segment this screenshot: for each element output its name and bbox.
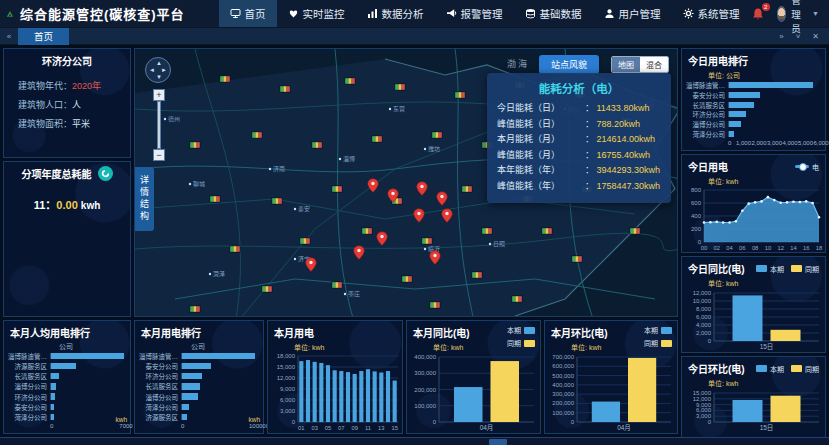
taskbar-app-indicator[interactable] [489,439,507,445]
panel-title: 本月用电 [274,325,314,340]
site-status-badge-icon[interactable] [362,228,373,235]
info-row: 建筑物年代：2020年 [18,77,130,96]
svg-text:6,000: 6,000 [696,314,712,320]
svg-text:3,000: 3,000 [696,413,712,419]
user-menu[interactable]: 管理员 ▼ [777,0,819,35]
nav-item-系统管理[interactable]: 系统管理 [672,0,751,27]
site-status-badge-icon[interactable] [372,136,383,143]
layer-option-hybrid[interactable]: 混合 [640,57,668,72]
map-view[interactable]: 德州聊城济南淄博东营潍坊烟台威海青岛日照临沂济宁菏泽泰安枣庄 渤海 ▲ ▼ ◄ … [134,48,678,317]
site-status-badge-icon[interactable] [332,282,343,289]
map-zoom-slider[interactable]: + − [153,89,165,161]
site-status-badge-icon[interactable] [190,306,201,313]
popup-row: 峰值能耗（年）： 1758447.30kwh [497,179,661,195]
svg-text:100,000: 100,000 [552,410,574,416]
site-status-badge-icon[interactable] [262,286,273,293]
svg-text:08: 08 [752,245,758,251]
site-status-badge-icon[interactable] [332,186,343,193]
city-dot [389,108,391,110]
tab-home[interactable]: 首页 [18,28,69,45]
site-status-badge-icon[interactable] [402,276,413,283]
app-title: 综合能源管控(碳核查)平台 [20,4,185,23]
site-status-badge-icon[interactable] [462,186,473,193]
os-taskbar[interactable] [0,437,829,445]
info-row: 建筑物面积：平米 [18,115,130,134]
site-status-badge-icon[interactable] [230,246,241,253]
svg-text:12: 12 [777,245,783,251]
rank-row: 淄博脉迪管… [684,80,821,90]
pan-right-icon[interactable]: ► [161,67,167,73]
site-status-badge-icon[interactable] [430,302,441,309]
svg-text:600: 600 [691,200,702,206]
svg-text:6,000: 6,000 [696,407,712,413]
svg-text:200,000: 200,000 [552,400,574,406]
rank-row: 淄博分公司 [137,392,259,402]
nav-item-实时监控[interactable]: 实时监控 [277,0,356,27]
svg-text:05: 05 [325,425,331,431]
map-pan-control[interactable]: ▲ ▼ ◄ ► [145,57,171,83]
legend: 本期同期 [507,325,535,348]
site-status-badge-icon[interactable] [542,228,553,235]
rank-row: 济源服务区 [137,412,259,422]
site-status-badge-icon[interactable] [345,78,356,85]
top-navbar: 综合能源管控(碳核查)平台 首页实时监控数据分析报警管理基础数据用户管理系统管理… [0,0,829,28]
legend: 本期同期 [756,364,819,374]
nav-item-基础数据[interactable]: 基础数据 [514,0,593,27]
site-status-badge-icon[interactable] [252,132,263,139]
month-yoy-chart: 0100,000200,000300,000400,00004月 [407,352,540,433]
svg-text:德州: 德州 [168,115,180,123]
month-mom-panel: 本月环比(电) 单位: kwh 本期同期 0100,000200,000300,… [544,320,678,434]
site-status-badge-icon[interactable] [312,142,323,149]
pan-down-icon[interactable]: ▼ [156,74,162,80]
svg-text:0: 0 [708,338,712,344]
nav-menu: 首页实时监控数据分析报警管理基础数据用户管理系统管理 [219,0,751,27]
site-status-badge-icon[interactable] [272,198,283,205]
layer-option-map[interactable]: 地图 [612,57,640,72]
site-status-badge-icon[interactable] [630,228,641,235]
detail-structure-tab[interactable]: 详情结构 [135,167,154,231]
site-status-badge-icon[interactable] [300,238,311,245]
month-mom-chart: 0100,000200,000300,000400,000500,000600,… [545,352,677,433]
collapse-tabs-icon[interactable]: « [0,32,18,41]
svg-text:18,000: 18,000 [277,353,296,359]
nav-item-首页[interactable]: 首页 [219,0,277,27]
nav-item-数据分析[interactable]: 数据分析 [356,0,435,27]
pan-left-icon[interactable]: ◄ [149,67,155,73]
site-view-button[interactable]: 站点风貌 [539,55,599,74]
site-status-badge-icon[interactable] [482,228,493,235]
city-dot [294,208,296,210]
site-status-badge-icon[interactable] [210,196,221,203]
monitor-icon [230,8,241,19]
site-status-badge-icon[interactable] [572,256,583,263]
rank-row: 泰安分公司 [684,90,821,100]
zoom-track[interactable] [157,101,161,149]
popup-row: 今日能耗（日）： 11433.80kwh [497,101,661,117]
center-column: 德州聊城济南淄博东营潍坊烟台威海青岛日照临沂济宁菏泽泰安枣庄 渤海 ▲ ▼ ◄ … [134,48,678,434]
pan-up-icon[interactable]: ▲ [156,60,162,66]
notification-bell-icon[interactable]: 2 [751,7,765,21]
panel-title: 分项年度总耗能 [22,166,92,181]
site-status-badge-icon[interactable] [512,296,523,303]
bar-chart-icon [367,8,378,19]
site-status-badge-icon[interactable] [432,132,443,139]
site-status-badge-icon[interactable] [395,84,406,91]
legend: 本期同期 [644,325,672,348]
svg-text:600,000: 600,000 [552,363,574,369]
refresh-ring-icon[interactable] [98,166,113,181]
site-status-badge-icon[interactable] [280,86,291,93]
svg-text:15,000: 15,000 [693,390,712,396]
site-status-badge-icon[interactable] [220,76,231,83]
zoom-out-button[interactable]: − [153,149,165,161]
today-yoy-chart: 02,0004,0006,0008,00010,00012,00015日 [682,288,825,352]
nav-item-用户管理[interactable]: 用户管理 [593,0,672,27]
panel-title: 本月同比(电) [413,325,470,340]
site-status-badge-icon[interactable] [422,238,433,245]
site-status-badge-icon[interactable] [472,272,483,279]
site-status-badge-icon[interactable] [190,142,201,149]
gear-icon [683,8,694,19]
site-status-badge-icon[interactable] [455,92,466,99]
popup-rows: 今日能耗（日）： 11433.80kwh峰值能耗（日）： 788.20kwh本月… [497,101,661,194]
nav-item-报警管理[interactable]: 报警管理 [435,0,514,27]
zoom-in-button[interactable]: + [153,89,165,101]
month-rank-chart: 公司淄博脉迪管…泰安分公司环济分公司长清服务区淄博分公司菏泽分公司济源服务区01… [135,341,263,433]
